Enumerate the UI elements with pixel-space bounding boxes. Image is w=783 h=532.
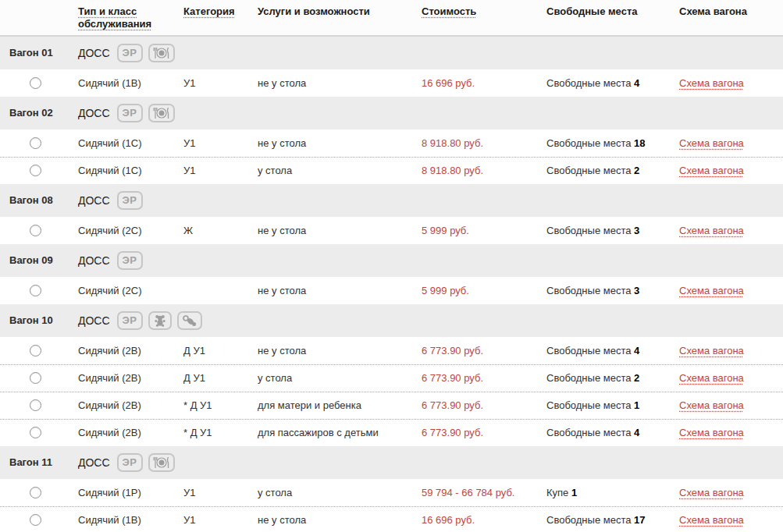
header-seats-label: Свободные места	[546, 5, 638, 17]
seat-radio[interactable]	[30, 77, 41, 89]
seat-cost: 6 773.90 руб.	[414, 345, 539, 356]
wagon-group-header: Вагон 11 ДОСС ЭР	[0, 446, 783, 479]
seat-cost: 6 773.90 руб.	[414, 399, 539, 411]
seat-type: Сидячий (2В)	[70, 399, 176, 411]
seat-category: У1	[176, 514, 250, 526]
seat-radio[interactable]	[30, 137, 41, 149]
header-category: Категория	[176, 0, 250, 35]
scheme-link[interactable]: Схема вагона	[679, 165, 744, 176]
seat-radio[interactable]	[30, 225, 41, 236]
seat-type: Сидячий (1В)	[70, 514, 176, 526]
free-seats-count: 3	[634, 285, 639, 296]
dining-icon	[148, 104, 175, 122]
seat-option-row: Сидячий (1С) У1 не у стола 8 918.80 руб.…	[0, 129, 783, 157]
free-seats-count: 4	[634, 345, 639, 356]
seat-option-row: Сидячий (2В) * Д У1 для матери и ребенка…	[0, 392, 783, 419]
wagon-group-header: Вагон 02 ДОСС ЭР	[0, 97, 783, 129]
seat-radio[interactable]	[30, 165, 41, 176]
seat-services: для пассажиров с детьми	[250, 427, 414, 438]
seat-radio[interactable]	[30, 427, 41, 438]
free-seats: Свободные места 4	[539, 345, 671, 356]
electronic-registration-badge: ЭР	[117, 251, 143, 270]
seat-services: у стола	[250, 487, 414, 498]
wagon-group-header: Вагон 09 ДОСС ЭР	[0, 244, 783, 277]
wagon-group: Вагон 10 ДОСС ЭР Сидячий (2В) Д У1 не у …	[0, 304, 783, 446]
scheme-link[interactable]: Схема вагона	[679, 487, 744, 498]
seat-type: Сидячий (1С)	[70, 137, 176, 149]
electronic-registration-badge: ЭР	[117, 311, 143, 330]
seat-services: не у стола	[250, 514, 414, 526]
scheme-link[interactable]: Схема вагона	[679, 137, 744, 149]
wagon-group: Вагон 02 ДОСС ЭР Сидячий (1С) У1 не у ст…	[0, 97, 783, 184]
wagon-group-header: Вагон 10 ДОСС ЭР	[0, 304, 783, 337]
wagon-group-header: Вагон 01 ДОСС ЭР	[0, 37, 783, 69]
header-seats: Свободные места	[539, 0, 671, 35]
seat-radio[interactable]	[30, 285, 41, 296]
seat-cost: 16 696 руб.	[414, 514, 539, 526]
wagon-label: Вагон 09	[9, 254, 78, 266]
electronic-registration-badge: ЭР	[117, 104, 143, 122]
seat-cost: 16 696 руб.	[414, 77, 539, 89]
seat-type: Сидячий (1С)	[70, 165, 176, 176]
free-seats: Свободные места 4	[539, 77, 671, 89]
seat-radio[interactable]	[30, 399, 41, 411]
scheme-link[interactable]: Схема вагона	[679, 514, 744, 526]
scheme-link[interactable]: Схема вагона	[679, 399, 744, 411]
seat-services: не у стола	[250, 285, 414, 296]
free-seats-count: 17	[634, 514, 645, 526]
seat-type: Сидячий (2С)	[70, 285, 176, 296]
table-header: Тип и класс обслуживания Категория Услуг…	[0, 0, 783, 37]
seat-option-row: Сидячий (2В) Д У1 у стола 6 773.90 руб. …	[0, 364, 783, 392]
scheme-link[interactable]: Схема вагона	[679, 345, 744, 356]
free-seats: Свободные места 1	[539, 399, 671, 411]
seat-type: Сидячий (2В)	[70, 372, 176, 384]
seat-option-row: Сидячий (1В) У1 не у стола 16 696 руб. С…	[0, 69, 783, 97]
free-seats-count: 18	[634, 137, 645, 149]
header-cost-label[interactable]: Стоимость	[422, 5, 476, 17]
operator-label: ДОСС	[78, 254, 110, 267]
scheme-link[interactable]: Схема вагона	[679, 285, 744, 296]
wagon-selection-table: Тип и класс обслуживания Категория Услуг…	[0, 0, 783, 532]
seat-services: у стола	[250, 372, 414, 384]
seat-category: У1	[176, 137, 250, 149]
seat-option-row: Сидячий (2С) Ж не у стола 5 999 руб. Сво…	[0, 217, 783, 244]
seat-services: у стола	[250, 165, 414, 176]
wagon-label: Вагон 02	[9, 107, 78, 119]
free-seats: Свободные места 3	[539, 285, 671, 296]
free-seats: Свободные места 3	[539, 225, 671, 236]
seat-radio[interactable]	[30, 345, 41, 356]
free-seats: Свободные места 4	[539, 427, 671, 438]
scheme-link[interactable]: Схема вагона	[679, 372, 744, 384]
seat-category: Д У1	[176, 345, 250, 356]
free-seats: Свободные места 18	[539, 137, 671, 149]
header-services-label: Услуги и возможности	[258, 5, 370, 17]
seat-radio[interactable]	[30, 372, 41, 384]
operator-label: ДОСС	[78, 47, 110, 59]
free-seats-count: 1	[571, 487, 577, 498]
seat-option-row: Сидячий (1В) У1 не у стола 16 696 руб. С…	[0, 506, 783, 532]
wagon-group-header: Вагон 08 ДОСС ЭР	[0, 184, 783, 217]
scheme-link[interactable]: Схема вагона	[679, 225, 744, 236]
header-type: Тип и класс обслуживания	[70, 0, 176, 35]
seat-cost: 6 773.90 руб.	[414, 427, 539, 438]
seat-services: для матери и ребенка	[250, 399, 414, 411]
seat-services: не у стола	[250, 345, 414, 356]
free-seats-count: 4	[634, 77, 639, 89]
scheme-link[interactable]: Схема вагона	[679, 77, 744, 89]
header-type-label[interactable]: Тип и класс обслуживания	[78, 5, 151, 30]
seat-cost: 5 999 руб.	[414, 225, 539, 236]
free-seats: Свободные места 2	[539, 372, 671, 384]
free-seats: Купе 1	[539, 487, 671, 498]
wagon-label: Вагон 01	[9, 47, 78, 59]
header-category-label[interactable]: Категория	[183, 5, 235, 17]
seat-cost: 59 794 - 66 784 руб.	[414, 487, 539, 498]
seat-option-row: Сидячий (2С) не у стола 5 999 руб. Свобо…	[0, 277, 783, 304]
seat-services: не у стола	[250, 77, 414, 89]
seat-radio[interactable]	[30, 487, 41, 498]
wagon-label: Вагон 11	[9, 456, 78, 468]
seat-radio[interactable]	[30, 514, 41, 526]
scheme-link[interactable]: Схема вагона	[679, 427, 744, 438]
wagon-label: Вагон 10	[9, 314, 78, 326]
wagon-label: Вагон 08	[9, 194, 78, 206]
seat-cost: 5 999 руб.	[414, 285, 539, 296]
